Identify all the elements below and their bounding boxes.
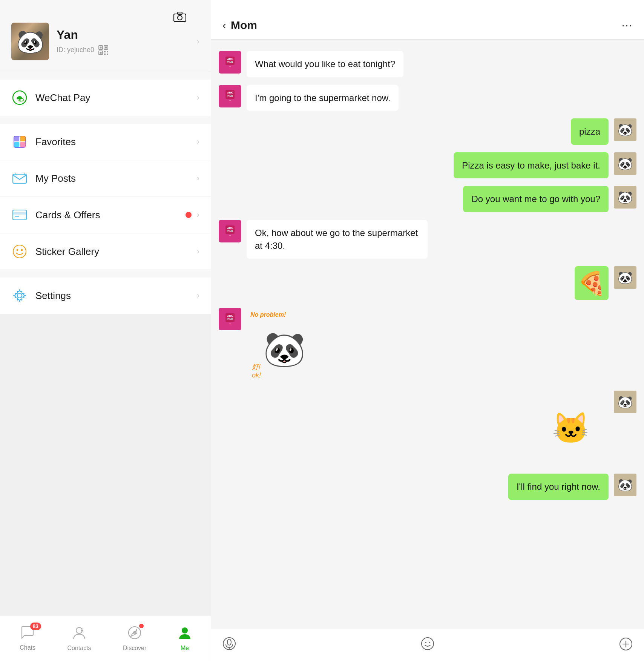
- chat-toolbar: [211, 629, 644, 661]
- menu-group-2: Favorites › My Posts ›: [0, 124, 211, 270]
- svg-rect-23: [13, 212, 26, 215]
- add-button[interactable]: [619, 637, 633, 653]
- menu-arrow-wechat-pay: ›: [197, 93, 199, 103]
- svg-point-35: [182, 627, 188, 633]
- my-posts-icon: [11, 170, 28, 187]
- menu-item-my-posts[interactable]: My Posts ›: [0, 160, 211, 197]
- discover-icon: [128, 626, 141, 643]
- outgoing-avatar: 🐼: [614, 266, 636, 289]
- message-row: ARKPINK ▪▪ I'm going to the supermarket …: [219, 85, 636, 111]
- nav-item-contacts[interactable]: Contacts: [67, 626, 91, 652]
- menu-label-wechat-pay: WeChat Pay: [35, 92, 197, 104]
- settings-icon: [11, 287, 28, 304]
- message-bubble: Pizza is easy to make, just bake it.: [454, 152, 609, 179]
- wechat-pay-icon: [11, 89, 28, 106]
- nav-label-me: Me: [181, 645, 189, 652]
- menu-item-wechat-pay[interactable]: WeChat Pay ›: [0, 80, 211, 116]
- svg-rect-15: [14, 136, 19, 141]
- nav-item-chats[interactable]: 83 Chats: [20, 626, 35, 651]
- nav-item-discover[interactable]: Discover: [123, 626, 146, 652]
- svg-rect-10: [107, 51, 108, 52]
- back-button[interactable]: ‹: [222, 19, 226, 32]
- svg-rect-4: [100, 46, 102, 48]
- outgoing-avatar: 🐼: [614, 152, 636, 175]
- qr-icon[interactable]: [98, 45, 109, 55]
- sticker-gallery-icon: [11, 243, 28, 260]
- menu-arrow-cards-offers: ›: [197, 210, 199, 220]
- incoming-avatar: ARKPINK ▪▪: [219, 51, 241, 74]
- chats-icon: 83: [21, 626, 34, 642]
- message-row: 🐼 Do you want me to go with you?: [219, 186, 636, 212]
- menu-arrow-sticker-gallery: ›: [197, 247, 199, 256]
- chats-badge: 83: [30, 623, 41, 630]
- message-row: 🐼 🍕: [219, 266, 636, 300]
- incoming-avatar: ARKPINK ▪▪: [219, 85, 241, 107]
- discover-badge: [139, 624, 144, 628]
- profile-section: Yan ID: yejuche0: [0, 0, 211, 72]
- menu-label-my-posts: My Posts: [35, 173, 197, 184]
- message-bubble: Do you want me to go with you?: [463, 186, 609, 212]
- divider-2: [0, 116, 211, 116]
- nav-label-discover: Discover: [123, 645, 146, 652]
- svg-rect-16: [20, 136, 25, 141]
- avatar: [11, 23, 49, 60]
- message-row: ARKPINK ▪▪ What would you like to eat to…: [219, 51, 636, 77]
- right-panel: ‹ Mom ··· ARKPINK ▪▪ What would you like…: [211, 0, 644, 661]
- outgoing-avatar: 🐼: [614, 118, 636, 141]
- svg-rect-19: [13, 174, 26, 183]
- chat-messages: ARKPINK ▪▪ What would you like to eat to…: [211, 40, 644, 629]
- emoji-button[interactable]: [421, 637, 434, 653]
- menu-group-1: WeChat Pay ›: [0, 80, 211, 116]
- divider-1: [0, 72, 211, 72]
- incoming-avatar: ARKPINK ▪▪: [219, 220, 241, 242]
- menu-arrow-settings: ›: [197, 291, 199, 301]
- menu-item-favorites[interactable]: Favorites ›: [0, 124, 211, 160]
- nav-label-contacts: Contacts: [67, 645, 91, 652]
- menu-label-cards-offers: Cards & Offers: [35, 209, 186, 221]
- message-row: 🐼 Pizza is easy to make, just bake it.: [219, 152, 636, 179]
- svg-rect-9: [104, 51, 106, 52]
- more-button[interactable]: ···: [622, 19, 633, 31]
- svg-rect-2: [178, 12, 182, 14]
- voice-button[interactable]: [222, 637, 236, 653]
- svg-point-27: [21, 249, 23, 251]
- left-panel: Yan ID: yejuche0: [0, 0, 211, 661]
- svg-point-26: [17, 249, 18, 251]
- svg-rect-12: [107, 54, 108, 55]
- menu-arrow-my-posts: ›: [197, 173, 199, 183]
- bottom-nav: 83 Chats Contacts: [0, 616, 211, 661]
- svg-point-41: [425, 642, 426, 643]
- gray-area: [0, 314, 211, 616]
- profile-arrow[interactable]: ›: [197, 37, 199, 46]
- message-row: ARKPINK ▪▪ No problem! 🐼 好!ok!: [219, 308, 636, 383]
- message-row: 🐼 🐱: [219, 391, 636, 466]
- menu-arrow-favorites: ›: [197, 137, 199, 147]
- svg-rect-6: [105, 46, 107, 48]
- settings-section: Settings ›: [0, 278, 211, 314]
- contacts-icon: [73, 626, 86, 643]
- svg-rect-11: [104, 54, 106, 55]
- menu-item-sticker-gallery[interactable]: Sticker Gallery ›: [0, 233, 211, 270]
- outgoing-avatar: 🐼: [614, 391, 636, 413]
- menu-item-settings[interactable]: Settings ›: [0, 278, 211, 314]
- profile-name: Yan: [57, 28, 189, 42]
- cards-offers-badge: [186, 212, 192, 218]
- favorites-icon: [11, 133, 28, 150]
- camera-button[interactable]: [173, 11, 186, 25]
- me-icon: [178, 626, 191, 643]
- svg-rect-22: [13, 210, 26, 220]
- svg-point-40: [422, 638, 434, 650]
- nav-item-me[interactable]: Me: [178, 626, 191, 652]
- menu-item-cards-offers[interactable]: Cards & Offers ›: [0, 197, 211, 233]
- message-sticker: No problem! 🐼 好!ok!: [247, 308, 322, 383]
- message-bubble: I'll find you right now.: [508, 474, 609, 500]
- svg-point-1: [178, 15, 182, 20]
- chat-header: ‹ Mom ···: [211, 0, 644, 40]
- menu-label-sticker-gallery: Sticker Gallery: [35, 246, 197, 258]
- divider-3: [0, 270, 211, 270]
- nav-label-chats: Chats: [20, 644, 35, 651]
- svg-rect-18: [20, 142, 25, 147]
- chat-title: Mom: [231, 19, 622, 32]
- profile-info: Yan ID: yejuche0: [57, 28, 189, 55]
- message-bubble: Ok, how about we go to the supermarket a…: [247, 220, 428, 259]
